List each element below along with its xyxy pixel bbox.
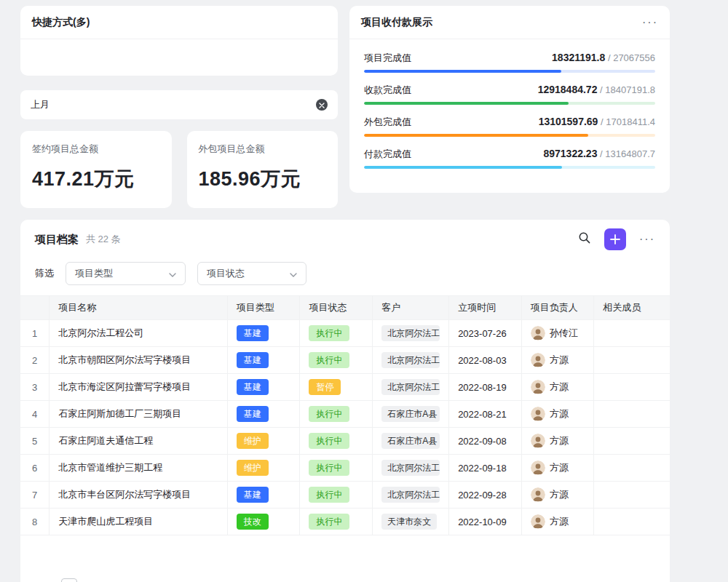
customer-tag[interactable]: 石家庄市A县	[381, 406, 440, 422]
project-type-badge[interactable]: 基建	[237, 406, 269, 422]
table-row[interactable]: 2 北京市朝阳区阿尔法写字楼项目 基建 执行中 北京阿尔法工 2022-08-0…	[20, 347, 670, 374]
search-icon	[578, 231, 591, 247]
project-status-badge[interactable]: 执行中	[309, 514, 349, 530]
column-header-type[interactable]: 项目类型	[227, 296, 300, 320]
column-header-owner[interactable]: 项目负责人	[521, 296, 594, 320]
owner-cell[interactable]: 方源	[531, 514, 585, 529]
cell-date[interactable]: 2022-10-09	[449, 509, 522, 535]
progress-label: 付款完成值	[364, 148, 411, 161]
project-type-badge[interactable]: 基建	[237, 487, 269, 503]
progress-fill	[364, 102, 569, 105]
column-header-status[interactable]: 项目状态	[300, 296, 373, 320]
project-status-badge[interactable]: 执行中	[309, 352, 349, 368]
column-header-members[interactable]: 相关成员	[594, 296, 670, 320]
quick-filter-bar[interactable]: 上月	[20, 90, 338, 119]
search-button[interactable]	[578, 231, 591, 247]
project-status-badge[interactable]: 执行中	[309, 433, 349, 449]
clear-filter-button[interactable]	[316, 99, 328, 111]
more-icon[interactable]: ···	[639, 233, 655, 246]
cell-project-name[interactable]: 北京市丰台区阿尔法写字楼项目	[50, 482, 228, 509]
page-button-3[interactable]: 3	[114, 578, 130, 582]
cell-date[interactable]: 2022-08-19	[449, 374, 522, 401]
cell-date[interactable]: 2023-07-26	[449, 320, 522, 347]
project-type-badge[interactable]: 基建	[237, 325, 269, 341]
dashboard-page: 快捷方式(多) 上月 签约项目总金额 417.21万元 外包项目总金额	[0, 0, 728, 582]
progress-track	[364, 166, 655, 169]
cell-members[interactable]	[594, 482, 670, 509]
payments-card-header: 项目收付款展示 ···	[349, 6, 670, 39]
cell-project-name[interactable]: 石家庄阿道夫通信工程	[50, 428, 228, 455]
avatar	[531, 326, 545, 340]
owner-cell[interactable]: 方源	[531, 380, 585, 394]
owner-cell[interactable]: 孙传江	[531, 326, 585, 340]
project-status-badge[interactable]: 执行中	[309, 325, 349, 341]
cell-members[interactable]	[594, 509, 670, 535]
customer-tag[interactable]: 北京阿尔法工	[381, 487, 440, 503]
customer-tag[interactable]: 北京阿尔法工	[381, 379, 440, 395]
column-header-date[interactable]: 立项时间	[449, 296, 522, 320]
more-icon[interactable]: ···	[642, 16, 658, 29]
owner-cell[interactable]: 方源	[531, 434, 585, 448]
cell-project-name[interactable]: 北京市朝阳区阿尔法写字楼项目	[50, 347, 228, 374]
cell-date[interactable]: 2022-09-08	[449, 428, 522, 455]
project-type-badge[interactable]: 基建	[237, 352, 269, 368]
next-page-button[interactable]: ›	[140, 578, 156, 582]
prev-page-button[interactable]: ‹	[35, 578, 51, 582]
customer-tag[interactable]: 北京阿尔法工	[381, 460, 440, 476]
project-status-dropdown[interactable]: 项目状态	[197, 262, 306, 285]
table-row[interactable]: 1 北京阿尔法工程公司 基建 执行中 北京阿尔法工 2023-07-26 孙传江	[20, 320, 670, 347]
owner-cell[interactable]: 方源	[531, 461, 585, 475]
page-button-2[interactable]: 2	[87, 578, 103, 582]
customer-tag[interactable]: 北京阿尔法工	[381, 325, 440, 341]
project-type-dropdown[interactable]: 项目类型	[66, 262, 186, 285]
column-header-customer[interactable]: 客户	[373, 296, 449, 320]
progress-done: 8971322.23	[543, 148, 597, 159]
table-row[interactable]: 3 北京市海淀区阿拉蕾写字楼项目 基建 暂停 北京阿尔法工 2022-08-19…	[20, 374, 670, 401]
table-row[interactable]: 7 北京市丰台区阿尔法写字楼项目 基建 执行中 北京阿尔法工 2022-09-2…	[20, 482, 670, 509]
column-header-name[interactable]: 项目名称	[50, 296, 228, 320]
cell-project-name[interactable]: 北京阿尔法工程公司	[50, 320, 228, 347]
project-status-badge[interactable]: 暂停	[309, 379, 341, 395]
owner-cell[interactable]: 方源	[531, 407, 585, 421]
customer-tag[interactable]: 天津市奈文	[381, 514, 437, 530]
project-status-badge[interactable]: 执行中	[309, 460, 349, 476]
cell-project-name[interactable]: 北京市海淀区阿拉蕾写字楼项目	[50, 374, 228, 401]
project-status-badge[interactable]: 执行中	[309, 487, 349, 503]
customer-tag[interactable]: 北京阿尔法工	[381, 352, 440, 368]
cell-members[interactable]	[594, 320, 670, 347]
customer-tag[interactable]: 石家庄市A县	[381, 433, 440, 449]
progress-total: 17018411.4	[606, 116, 655, 127]
project-type-badge[interactable]: 基建	[237, 379, 269, 395]
table-row[interactable]: 8 天津市爬山虎工程项目 技改 执行中 天津市奈文 2022-10-09 方源	[20, 509, 670, 535]
add-record-button[interactable]	[604, 228, 626, 250]
cell-members[interactable]	[594, 347, 670, 374]
payments-title: 项目收付款展示	[361, 16, 432, 29]
progress-fill	[364, 70, 561, 73]
cell-date[interactable]: 2022-08-21	[449, 401, 522, 428]
page-button-1[interactable]: 1	[61, 578, 77, 582]
cell-date[interactable]: 2022-09-28	[449, 482, 522, 509]
table-row[interactable]: 5 石家庄阿道夫通信工程 维护 执行中 石家庄市A县 2022-09-08 方源	[20, 428, 670, 455]
cell-members[interactable]	[594, 455, 670, 482]
table-row[interactable]: 6 北京市管道维护三期工程 维护 执行中 北京阿尔法工 2022-09-18 方…	[20, 455, 670, 482]
project-type-badge[interactable]: 技改	[237, 514, 269, 530]
row-index: 3	[20, 374, 50, 401]
cell-members[interactable]	[594, 401, 670, 428]
cell-project-name[interactable]: 北京市管道维护三期工程	[50, 455, 228, 482]
owner-cell[interactable]: 方源	[531, 353, 585, 367]
owner-name: 方源	[550, 407, 569, 420]
cell-members[interactable]	[594, 374, 670, 401]
owner-name: 方源	[550, 488, 569, 501]
project-status-badge[interactable]: 执行中	[309, 406, 349, 422]
cell-members[interactable]	[594, 428, 670, 455]
project-type-badge[interactable]: 维护	[237, 433, 269, 449]
cell-project-name[interactable]: 石家庄阿斯加德工厂三期项目	[50, 401, 228, 428]
filter-row: 筛选 项目类型 项目状态	[20, 259, 670, 295]
cell-date[interactable]: 2022-09-18	[449, 455, 522, 482]
progress-label: 外包完成值	[364, 116, 411, 129]
project-type-badge[interactable]: 维护	[237, 460, 269, 476]
table-row[interactable]: 4 石家庄阿斯加德工厂三期项目 基建 执行中 石家庄市A县 2022-08-21…	[20, 401, 670, 428]
owner-cell[interactable]: 方源	[531, 487, 585, 502]
cell-project-name[interactable]: 天津市爬山虎工程项目	[50, 509, 228, 535]
cell-date[interactable]: 2022-08-03	[449, 347, 522, 374]
